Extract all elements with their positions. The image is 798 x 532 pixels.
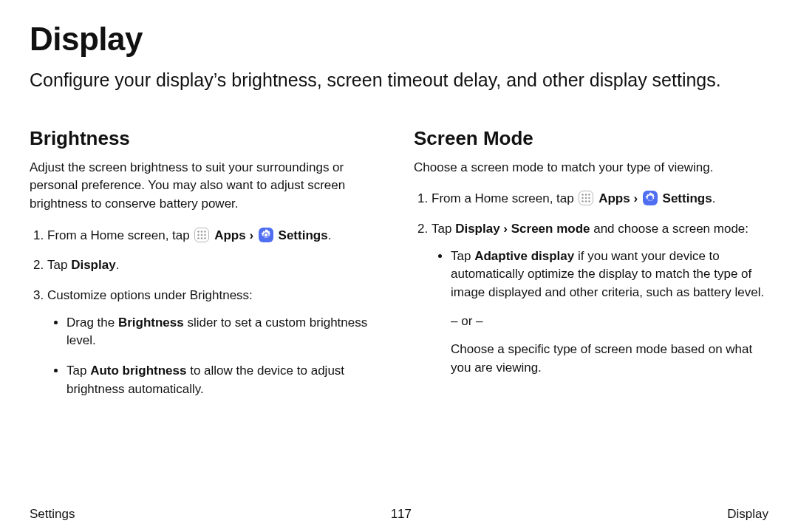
step-2-display-screen-mode: Tap Display › Screen mode and choose a s… (432, 220, 768, 377)
svg-point-12 (589, 194, 591, 197)
option-auto-brightness: Tap Auto brightness to allow the device … (66, 362, 384, 398)
footer-right: Display (727, 507, 768, 522)
manual-page: Display Configure your display’s brightn… (0, 0, 798, 532)
apps-label: Apps (214, 228, 246, 242)
brightness-description: Adjust the screen brightness to suit you… (30, 159, 384, 214)
svg-point-15 (589, 197, 591, 200)
svg-point-4 (201, 233, 203, 236)
svg-point-2 (205, 231, 207, 233)
screen-mode-description: Choose a screen mode to match your type … (414, 159, 768, 177)
brightness-steps: From a Home screen, tap Apps › Settings.… (30, 227, 384, 398)
step-text: From a Home screen, tap (47, 228, 193, 242)
screen-mode-steps: From a Home screen, tap Apps › Settings.… (414, 190, 768, 377)
option-brightness-slider: Drag the Brightness slider to set a cust… (66, 314, 384, 350)
step-3-customize: Customize options under Brightness: Drag… (47, 287, 384, 398)
footer-left: Settings (30, 507, 75, 522)
column-brightness: Brightness Adjust the screen brightness … (30, 127, 384, 410)
svg-point-10 (582, 194, 584, 197)
svg-point-7 (201, 237, 203, 239)
svg-point-5 (205, 233, 207, 236)
settings-label: Settings (279, 228, 328, 242)
apps-label: Apps (598, 191, 630, 205)
svg-point-14 (585, 197, 587, 200)
svg-point-18 (589, 201, 591, 203)
heading-screen-mode: Screen Mode (414, 127, 768, 150)
step-1-home-apps-settings: From a Home screen, tap Apps › Settings. (432, 190, 768, 208)
chevron-icon: › (633, 191, 638, 205)
screen-mode-options: Tap Adaptive display if you want your de… (432, 248, 768, 378)
apps-icon (579, 191, 593, 205)
svg-point-6 (198, 237, 200, 239)
page-title: Display (30, 21, 768, 58)
settings-icon (643, 191, 658, 205)
brightness-options: Drag the Brightness slider to set a cust… (47, 314, 384, 399)
period: . (712, 191, 716, 205)
svg-point-8 (205, 237, 207, 239)
svg-point-17 (585, 201, 587, 203)
intro-text: Configure your display’s brightness, scr… (30, 68, 768, 93)
option-adaptive-display: Tap Adaptive display if you want your de… (451, 248, 768, 378)
svg-point-3 (198, 233, 200, 236)
step-1-home-apps-settings: From a Home screen, tap Apps › Settings. (47, 227, 384, 245)
settings-icon (259, 228, 273, 242)
choose-specific-mode: Choose a specific type of screen mode ba… (451, 341, 768, 377)
svg-point-11 (585, 194, 587, 197)
step-text: From a Home screen, tap (432, 191, 577, 205)
two-column-layout: Brightness Adjust the screen brightness … (30, 127, 768, 410)
svg-point-16 (582, 201, 584, 203)
heading-brightness: Brightness (30, 127, 384, 150)
footer-page-number: 117 (391, 507, 412, 522)
svg-point-13 (582, 197, 584, 200)
period: . (328, 228, 332, 242)
svg-point-0 (198, 231, 200, 233)
settings-label: Settings (663, 191, 712, 205)
chevron-icon: › (249, 228, 253, 242)
svg-point-1 (201, 231, 203, 233)
step-2-tap-display: Tap Display. (47, 256, 384, 275)
page-footer: Settings 117 Display (30, 507, 768, 522)
or-divider: – or – (451, 313, 768, 331)
apps-icon (194, 228, 209, 242)
column-screen-mode: Screen Mode Choose a screen mode to matc… (414, 127, 768, 410)
